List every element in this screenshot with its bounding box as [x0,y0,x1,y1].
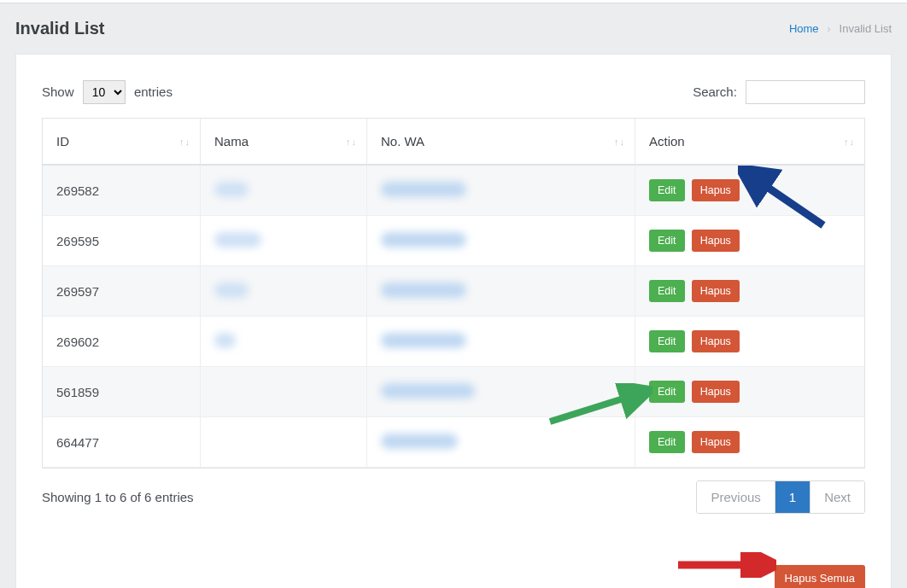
cell-action: Edit Hapus [635,417,864,468]
hapus-button[interactable]: Hapus [692,179,740,201]
table-info: Showing 1 to 6 of 6 entries [42,490,194,504]
breadcrumb-current: Invalid List [840,22,892,35]
hapus-button[interactable]: Hapus [692,431,740,453]
edit-button[interactable]: Edit [649,230,685,252]
cell-nama [201,367,367,417]
cell-nama [201,166,367,216]
cell-nowa [367,266,635,317]
column-header-action-label: Action [649,134,685,148]
cell-nowa [367,317,635,367]
length-control: Show 10 entries [42,80,173,104]
cell-nowa [367,367,635,417]
show-label-post: entries [134,84,173,99]
pagination-page-1[interactable]: 1 [775,481,810,513]
column-header-id-label: ID [56,134,69,148]
hapus-button[interactable]: Hapus [692,381,740,403]
pagination: Previous 1 Next [696,480,865,514]
content-panel: Show 10 entries Search: ID Nama [15,54,892,588]
cell-action: Edit Hapus [635,367,864,417]
search-control: Search: [693,80,865,104]
column-header-nowa-label: No. WA [381,134,424,148]
show-label-pre: Show [42,84,74,99]
cell-nama [201,417,367,468]
hapus-button[interactable]: Hapus [692,280,740,302]
sort-icon [179,138,190,145]
cell-action: Edit Hapus [635,317,864,367]
sort-icon [844,138,854,145]
hapus-semua-button[interactable]: Hapus Semua [775,565,865,588]
cell-nama [201,317,367,367]
sort-icon [346,138,356,145]
edit-button[interactable]: Edit [649,179,685,201]
pagination-previous[interactable]: Previous [697,481,775,513]
table-row: 269602 Edit Hapus [43,317,864,367]
cell-id: 269602 [43,317,201,367]
column-header-id[interactable]: ID [43,119,201,166]
search-label: Search: [693,84,737,99]
edit-button[interactable]: Edit [649,280,685,302]
column-header-action[interactable]: Action [635,119,864,166]
cell-nowa [367,417,635,468]
column-header-nowa[interactable]: No. WA [367,119,635,166]
table-row: 269597 Edit Hapus [43,266,864,317]
cell-id: 664477 [43,417,201,468]
search-input[interactable] [746,80,865,104]
table-row: 269595 Edit Hapus [43,216,864,266]
pagination-next[interactable]: Next [810,481,864,513]
table-row: 561859 Edit Hapus [43,367,864,417]
sort-icon [614,138,624,145]
hapus-button[interactable]: Hapus [692,230,740,252]
page-title: Invalid List [15,19,104,38]
breadcrumb: Home › Invalid List [789,22,892,35]
cell-id: 269582 [43,166,201,216]
entries-select[interactable]: 10 [83,80,126,104]
column-header-nama-label: Nama [214,134,249,148]
table-row: 269582 Edit Hapus [43,166,864,216]
cell-id: 269597 [43,266,201,317]
cell-nowa [367,166,635,216]
cell-action: Edit Hapus [635,166,864,216]
cell-nama [201,266,367,317]
edit-button[interactable]: Edit [649,330,685,352]
cell-nama [201,216,367,266]
breadcrumb-home-link[interactable]: Home [789,22,819,35]
cell-action: Edit Hapus [635,266,864,317]
hapus-button[interactable]: Hapus [692,330,740,352]
cell-id: 561859 [43,367,201,417]
cell-action: Edit Hapus [635,216,864,266]
edit-button[interactable]: Edit [649,431,685,453]
column-header-nama[interactable]: Nama [201,119,367,166]
chevron-right-icon: › [828,23,831,35]
cell-nowa [367,216,635,266]
edit-button[interactable]: Edit [649,381,685,403]
invalid-list-table: ID Nama No. WA Action 269582 [42,118,865,469]
table-row: 664477 Edit Hapus [43,417,864,468]
cell-id: 269595 [43,216,201,266]
